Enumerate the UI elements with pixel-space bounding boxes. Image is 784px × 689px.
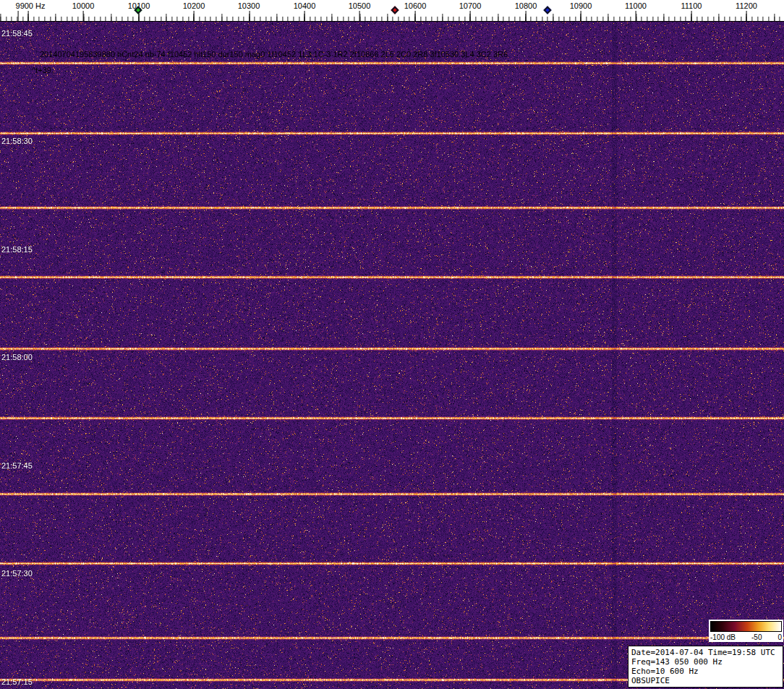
freq-tick-label: 10800: [515, 1, 537, 10]
info-frequency: Freq=143 050 000 Hz: [631, 657, 780, 667]
spectrogram-area: 20140704195839880 hCnt24 nb-74 f10452 hi…: [0, 22, 784, 689]
detection-time-offset-label: ^t+39: [32, 66, 51, 74]
freq-tick-label: 10500: [349, 1, 371, 10]
detection-annotation: 20140704195839880 hCnt24 nb-74 f10452 hi…: [40, 50, 508, 59]
info-date-time: Date=2014-07-04 Time=19:58 UTC: [631, 648, 780, 657]
spectrogram-canvas[interactable]: [0, 22, 784, 689]
freq-tick-label: 10600: [404, 1, 427, 10]
colorbar-label-max: 0: [777, 633, 782, 641]
intensity-colorbar: -100 dB -50 0: [709, 620, 783, 642]
time-axis-label: 21:57:15: [1, 677, 33, 686]
time-axis-label: 21:58:00: [1, 353, 33, 361]
ruler-major-ticks: [0, 11, 784, 21]
freq-tick-label: 11200: [736, 1, 757, 10]
time-axis-label: 21:57:30: [1, 569, 33, 578]
info-station: OBSUPICE: [631, 676, 780, 685]
freq-tick-label: 9900 Hz: [16, 1, 46, 10]
observation-info-box: Date=2014-07-04 Time=19:58 UTC Freq=143 …: [628, 646, 783, 688]
time-axis-label: 21:58:30: [1, 137, 33, 145]
colorbar-labels: -100 dB -50 0: [710, 632, 782, 641]
freq-tick-label: 10700: [459, 1, 482, 10]
freq-tick-label: 10400: [294, 1, 316, 10]
colorbar-label-mid: -50: [751, 633, 762, 641]
time-axis-label: 21:58:45: [1, 29, 33, 38]
time-axis-label: 21:58:15: [1, 245, 33, 254]
colorbar-label-min: -100 dB: [710, 633, 736, 641]
freq-tick-label: 10000: [72, 1, 95, 10]
freq-tick-label: 10900: [570, 1, 592, 10]
colorbar-gradient: [710, 621, 782, 632]
freq-tick-label: 10300: [238, 1, 260, 10]
freq-tick-label: 11100: [681, 1, 702, 10]
freq-tick-label: 11000: [625, 1, 647, 10]
time-axis-label: 21:57:45: [1, 461, 33, 470]
frequency-ruler: 9900 Hz100001010010200103001040010500106…: [0, 0, 784, 22]
freq-tick-label: 10200: [183, 1, 205, 10]
info-echo: Echo=10 600 Hz: [631, 667, 780, 676]
